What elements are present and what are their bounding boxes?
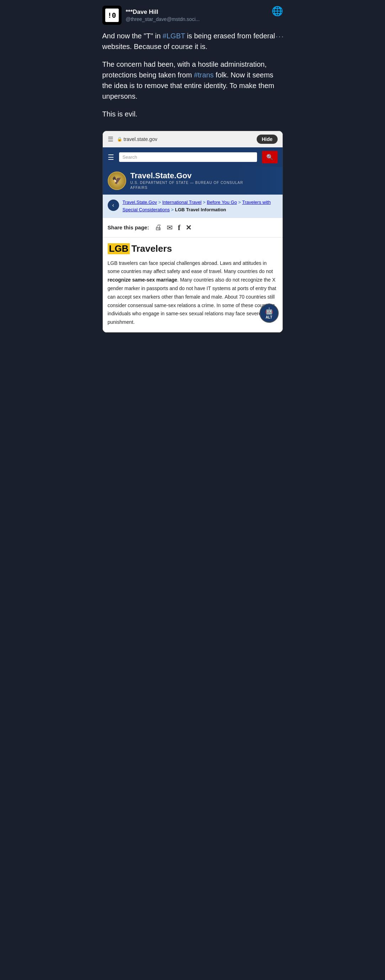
- share-label: Share this page:: [108, 224, 149, 231]
- share-bar: Share this page: 🖨 ✉ f ✕: [103, 218, 283, 237]
- print-icon[interactable]: 🖨: [155, 223, 162, 232]
- breadcrumb-item-home[interactable]: Travel.State.Gov: [123, 200, 157, 205]
- page-body: LGB travelers can face special challenge…: [108, 259, 278, 327]
- site-title-block: Travel.State.Gov U.S. DEPARTMENT of STAT…: [131, 171, 243, 190]
- page-title-rest: Travelers: [131, 243, 172, 254]
- email-icon[interactable]: ✉: [167, 223, 173, 232]
- post-paragraph-3: This is evil.: [102, 109, 283, 119]
- breadcrumb-item-before-you-go[interactable]: Before You Go: [207, 200, 237, 205]
- hide-button[interactable]: Hide: [257, 135, 277, 144]
- site-search-button[interactable]: 🔍: [262, 151, 278, 163]
- twitter-x-icon[interactable]: ✕: [185, 223, 192, 232]
- site-title-main: Travel.State.Gov: [131, 171, 243, 180]
- back-button[interactable]: ‹: [108, 200, 119, 211]
- more-options-button[interactable]: ···: [275, 30, 284, 42]
- breadcrumb-area: ‹ Travel.State.Gov > International Trave…: [103, 194, 283, 218]
- post-content: ··· And now the "T" in #LGBT is being er…: [97, 28, 289, 130]
- post-paragraph-1: And now the "T" in #LGBT is being erased…: [102, 30, 283, 52]
- alt-robot-icon: 🤖: [265, 307, 273, 315]
- facebook-icon[interactable]: f: [178, 223, 180, 232]
- browser-url-bar: 🔒 travel.state.gov: [117, 136, 254, 142]
- page-content: LGB Travelers LGB travelers can face spe…: [103, 237, 283, 332]
- site-seal: 🦅: [108, 172, 126, 190]
- browser-url-text: travel.state.gov: [124, 136, 158, 142]
- hashtag-lgbt[interactable]: #LGBT: [163, 32, 185, 40]
- alt-button[interactable]: 🤖 ALT: [259, 304, 279, 323]
- avatar: !0: [102, 6, 121, 25]
- author-handle: @three_star_dave@mstdn.soci...: [126, 16, 200, 22]
- post-header: !0 ***Dave Hill @three_star_dave@mstdn.s…: [97, 0, 289, 28]
- site-nav: ☰ Search 🔍: [103, 147, 283, 167]
- globe-icon-wrapper[interactable]: 🌐: [272, 6, 283, 17]
- author-name: ***Dave Hill: [126, 8, 200, 16]
- site-header: 🦅 Travel.State.Gov U.S. DEPARTMENT of ST…: [103, 167, 283, 194]
- browser-menu-icon[interactable]: ☰: [108, 135, 113, 143]
- author-info: ***Dave Hill @three_star_dave@mstdn.soci…: [126, 8, 200, 22]
- browser-embed: ☰ 🔒 travel.state.gov Hide ☰ Search 🔍 🦅 T…: [102, 130, 283, 333]
- hashtag-trans[interactable]: #trans: [194, 71, 214, 79]
- post-paragraph-2: The concern had been, with a hostile adm…: [102, 59, 283, 102]
- search-icon: 🔍: [266, 154, 273, 160]
- site-title-sub: U.S. DEPARTMENT of STATE — BUREAU of CON…: [131, 180, 243, 190]
- breadcrumb-current: LGB Travel Information: [175, 207, 226, 212]
- page-title: LGB Travelers: [108, 243, 278, 254]
- alt-label: ALT: [265, 315, 272, 319]
- lgb-highlight: LGB: [108, 243, 130, 254]
- breadcrumb: Travel.State.Gov > International Travel …: [123, 199, 278, 214]
- breadcrumb-item-international[interactable]: International Travel: [162, 200, 201, 205]
- lock-icon: 🔒: [117, 137, 122, 142]
- avatar-inner: !0: [105, 8, 119, 22]
- site-map-decoration: [240, 167, 283, 194]
- hamburger-icon[interactable]: ☰: [108, 153, 114, 162]
- browser-embed-wrapper: ☰ 🔒 travel.state.gov Hide ☰ Search 🔍 🦅 T…: [97, 130, 289, 333]
- globe-icon[interactable]: 🌐: [272, 6, 283, 16]
- site-search-input[interactable]: Search: [119, 152, 257, 162]
- share-icons: 🖨 ✉ f ✕: [155, 223, 191, 232]
- browser-chrome: ☰ 🔒 travel.state.gov Hide: [103, 131, 283, 147]
